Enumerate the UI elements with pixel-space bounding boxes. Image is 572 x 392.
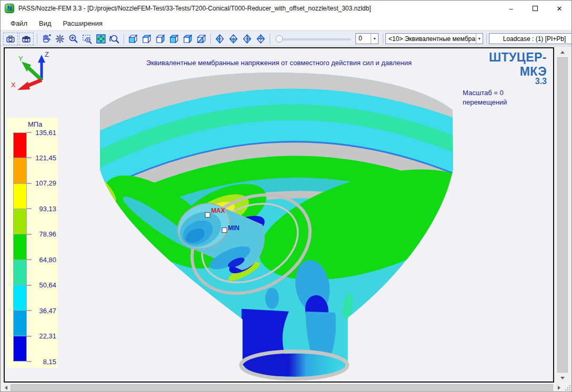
arrow-left-icon [5, 386, 7, 390]
maximize-button[interactable] [523, 1, 547, 16]
scroll-down-button[interactable] [557, 373, 568, 383]
snapshot-settings-button[interactable] [19, 33, 34, 45]
min-marker [222, 228, 227, 233]
view-cube-iso-button[interactable] [195, 33, 208, 45]
legend-color-cell [14, 183, 26, 209]
scroll-left-button[interactable] [2, 384, 10, 391]
legend-value: 50,64 [34, 281, 56, 289]
menu-item-file[interactable]: Файл [5, 16, 33, 30]
view-cube-icon [155, 34, 166, 44]
vertical-scrollbar[interactable] [557, 47, 568, 383]
z-axis-label: Z [45, 50, 49, 58]
snapshot-button[interactable] [3, 33, 18, 45]
fit-view-button[interactable] [94, 33, 108, 45]
legend-row: 78,96 [27, 230, 56, 239]
legend-color-cell [14, 336, 26, 361]
camera-settings-icon [21, 34, 32, 44]
application-window: N PASS/Nozzle-FEM 3.3 - [D:/project/Nozz… [0, 0, 572, 392]
view-cube-right-button[interactable] [167, 33, 181, 45]
legend-tick [27, 157, 32, 158]
legend-row: 50,64 [27, 281, 56, 290]
legend-row: 135,61 [27, 128, 56, 137]
view-diamond-1-button[interactable] [213, 33, 227, 45]
view-cube-icon [169, 34, 179, 44]
toolbar: 0 ▾ <10> Эквивалентные мембран ▾ Loadcas… [1, 31, 571, 46]
logo-name: ШТУЦЕР-МКЭ [463, 50, 547, 79]
legend-value: 64,80 [34, 256, 56, 264]
close-button[interactable]: ✕ [547, 1, 571, 16]
arrow-up-icon [560, 51, 565, 54]
deformation-slider[interactable] [274, 34, 353, 44]
legend-tick [27, 234, 32, 235]
legend-tick [27, 285, 32, 286]
legend-row: 22,31 [27, 332, 56, 341]
legend-value: 36,47 [34, 307, 56, 315]
legend-color-bar [13, 132, 27, 362]
slider-handle[interactable] [275, 35, 283, 43]
logo-block: ШТУЦЕР-МКЭ 3.3 Масштаб = 0 перемещений [463, 50, 547, 107]
x-axis-label: X [11, 81, 16, 89]
view-diamond-icon [228, 34, 239, 44]
legend-row: 121,45 [27, 153, 56, 162]
legend-value: 135,61 [34, 129, 56, 137]
scroll-right-button[interactable] [555, 384, 563, 391]
vertical-scroll-thumb[interactable] [557, 57, 568, 373]
app-icon: N [5, 4, 14, 13]
legend-tick [27, 310, 32, 311]
minimize-button[interactable]: – [499, 1, 523, 16]
menu-bar: Файл Вид Расширения [1, 16, 571, 30]
horizontal-scroll-thumb[interactable] [11, 384, 553, 391]
rotate-view-button[interactable] [108, 33, 121, 45]
loadcase-combo[interactable]: Loadcase : (1) [PI+Pb] ▾ [489, 33, 572, 44]
view-cube-left-button[interactable] [154, 33, 167, 45]
view-diamond-icon [242, 34, 252, 44]
chevron-down-icon[interactable]: ▾ [371, 34, 378, 44]
horizontal-scrollbar[interactable] [2, 384, 563, 391]
view-cube-back-button[interactable] [140, 33, 154, 45]
menu-item-extensions[interactable]: Расширения [57, 16, 109, 30]
arrow-down-icon [560, 377, 565, 379]
zoom-window-button[interactable] [80, 33, 94, 45]
view-cube-front-button[interactable] [126, 33, 140, 45]
scale-spinner[interactable]: 0 ▾ [355, 33, 379, 44]
title-bar: N PASS/Nozzle-FEM 3.3 - [D:/project/Nozz… [1, 1, 571, 16]
slider-track[interactable] [279, 38, 351, 40]
result-type-value: <10> Эквивалентные мембран [386, 34, 476, 44]
3d-viewport[interactable]: MAX MIN Z Y X Эквивалентные мембранные н… [4, 47, 554, 383]
legend-row: 36,47 [27, 306, 56, 315]
result-type-combo[interactable]: <10> Эквивалентные мембран ▾ [385, 33, 483, 44]
explode-button[interactable] [53, 33, 67, 45]
legend-tick [27, 259, 32, 260]
explode-icon [55, 34, 65, 44]
view-cube-icon [128, 34, 138, 44]
legend-tick [27, 183, 32, 184]
view-diamond-4-button[interactable] [254, 33, 268, 45]
menu-item-view[interactable]: Вид [33, 16, 57, 30]
chevron-down-icon[interactable]: ▾ [476, 34, 483, 44]
maximize-icon [533, 6, 538, 11]
zoom-window-icon [82, 34, 93, 44]
scale-note-line2: перемещений [463, 98, 547, 107]
legend-value: 78,96 [34, 230, 56, 238]
zoom-in-button[interactable] [67, 33, 80, 45]
scale-note: Масштаб = 0 перемещений [463, 88, 547, 107]
resize-grip[interactable] [564, 384, 571, 391]
legend-tick [27, 132, 32, 133]
loadcase-value: Loadcase : (1) [PI+Pb] [489, 34, 572, 44]
max-label: MAX [211, 207, 225, 214]
legend-tick [27, 361, 32, 362]
view-diamond-2-button[interactable] [227, 33, 240, 45]
scale-spinner-value: 0 [356, 34, 371, 44]
window-title: PASS/Nozzle-FEM 3.3 - [D:/project/Nozzle… [18, 5, 371, 12]
arrow-right-icon [558, 386, 560, 390]
scroll-up-button[interactable] [557, 47, 568, 57]
pan-hand-icon [41, 34, 52, 44]
legend-color-cell [14, 158, 26, 183]
stress-legend: МПа 135,61 121,45 107,29 93,13 78,96 64,… [7, 118, 58, 368]
view-cube-top-button[interactable] [181, 33, 195, 45]
pan-button[interactable] [39, 33, 53, 45]
legend-row: 107,29 [27, 179, 56, 188]
legend-value: 93,13 [34, 205, 56, 213]
view-diamond-3-button[interactable] [240, 33, 254, 45]
view-cube-icon [196, 34, 207, 44]
